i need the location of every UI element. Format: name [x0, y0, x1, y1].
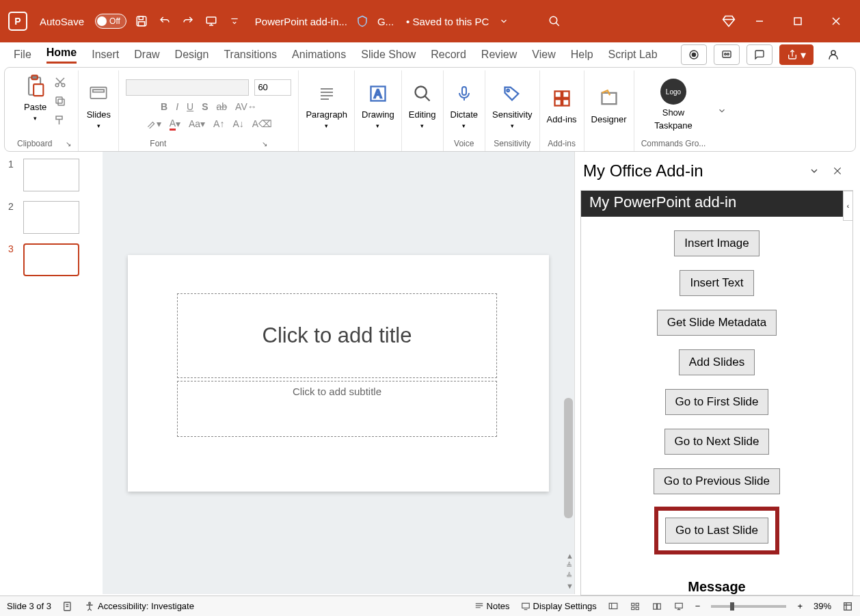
tab-help[interactable]: Help: [571, 49, 593, 61]
tab-review[interactable]: Review: [481, 49, 517, 61]
close-button[interactable]: [820, 10, 852, 32]
strikethrough-button[interactable]: ab: [217, 101, 228, 112]
tab-view[interactable]: View: [532, 49, 555, 61]
paragraph-button[interactable]: Paragraph▾: [306, 81, 347, 129]
addins-button[interactable]: Add-ins: [547, 85, 577, 124]
prev-slide-icon[interactable]: ≜: [566, 561, 574, 570]
notes-button[interactable]: Notes: [474, 601, 510, 611]
scroll-up-icon[interactable]: ▲: [566, 552, 574, 560]
zoom-slider[interactable]: [711, 605, 786, 608]
saved-state[interactable]: • Saved to this PC: [406, 16, 489, 27]
go-to-last-slide-button[interactable]: Go to Last Slide: [665, 518, 768, 544]
dictate-button[interactable]: Dictate▾: [451, 81, 478, 129]
slide-thumbnail[interactable]: [23, 243, 79, 276]
drawing-button[interactable]: A Drawing▾: [362, 81, 394, 129]
cut-button[interactable]: [54, 76, 66, 88]
change-case-button[interactable]: Aa▾: [189, 118, 205, 131]
font-size-input[interactable]: [254, 79, 291, 96]
accessibility-button[interactable]: Accessibility: Investigate: [84, 601, 194, 612]
tab-design[interactable]: Design: [175, 49, 209, 61]
display-settings-button[interactable]: Display Settings: [521, 601, 597, 611]
italic-button[interactable]: I: [176, 101, 178, 112]
record-camera-button[interactable]: [681, 44, 707, 65]
ribbon-collapse-button[interactable]: [712, 70, 731, 151]
show-taskpane-button[interactable]: Logo Show Taskpane: [654, 79, 693, 131]
font-name-input[interactable]: [126, 79, 249, 96]
get-slide-metadata-button[interactable]: Get Slide Metadata: [657, 310, 777, 336]
undo-button[interactable]: [157, 13, 173, 29]
tab-record[interactable]: Record: [431, 49, 466, 61]
insert-image-button[interactable]: Insert Image: [674, 230, 760, 256]
highlight-button[interactable]: ▾: [146, 118, 161, 131]
zoom-out-button[interactable]: −: [695, 601, 701, 611]
go-to-previous-slide-button[interactable]: Go to Previous Slide: [654, 468, 780, 494]
character-spacing-button[interactable]: AV↔: [235, 101, 257, 112]
share-button[interactable]: ▾: [779, 44, 814, 65]
vertical-scrollbar[interactable]: [564, 398, 573, 518]
minimize-button[interactable]: [744, 10, 775, 32]
font-dialog-icon[interactable]: ↘: [262, 140, 267, 148]
zoom-level[interactable]: 39%: [814, 601, 831, 611]
tab-file[interactable]: File: [14, 49, 31, 61]
maximize-button[interactable]: [782, 10, 814, 32]
diamond-premium-icon[interactable]: [721, 13, 737, 29]
pane-close-button[interactable]: [830, 163, 845, 178]
designer-button[interactable]: Designer: [591, 85, 627, 124]
search-button[interactable]: [546, 13, 563, 29]
redo-button[interactable]: [180, 13, 196, 29]
tab-scriptlab[interactable]: Script Lab: [608, 49, 658, 61]
pane-collapse-tab[interactable]: ‹: [843, 191, 853, 221]
copy-button[interactable]: [54, 95, 66, 107]
clipboard-dialog-icon[interactable]: ↘: [66, 140, 71, 148]
slide-thumbnail[interactable]: [23, 159, 79, 191]
teams-share-button[interactable]: [714, 44, 740, 65]
add-slides-button[interactable]: Add Slides: [679, 349, 755, 375]
present-button[interactable]: [203, 13, 219, 29]
autosave-toggle[interactable]: Off: [95, 14, 126, 29]
slides-button[interactable]: Slides ▾: [85, 81, 111, 129]
qat-customize-button[interactable]: [226, 13, 243, 29]
tab-home[interactable]: Home: [46, 46, 77, 64]
go-to-next-slide-button[interactable]: Go to Next Slide: [664, 429, 770, 455]
next-slide-icon[interactable]: ≜: [566, 572, 574, 580]
slide-sorter-button[interactable]: [630, 602, 641, 611]
thumb-row[interactable]: 2: [8, 201, 94, 234]
slideshow-view-button[interactable]: [673, 602, 684, 611]
subtitle-placeholder[interactable]: Click to add subtitle: [177, 381, 497, 437]
scroll-down-icon[interactable]: ▼: [566, 582, 574, 590]
go-to-first-slide-button[interactable]: Go to First Slide: [665, 389, 769, 415]
save-button[interactable]: [133, 13, 150, 29]
tab-slideshow[interactable]: Slide Show: [361, 49, 416, 61]
slide-thumbnail[interactable]: [23, 201, 79, 234]
tab-insert[interactable]: Insert: [92, 49, 119, 61]
bold-button[interactable]: B: [161, 101, 167, 112]
zoom-in-button[interactable]: +: [797, 601, 803, 611]
font-color-button[interactable]: A▾: [170, 118, 180, 131]
paste-button[interactable]: Paste ▾: [23, 73, 49, 122]
tab-animations[interactable]: Animations: [292, 49, 346, 61]
current-slide[interactable]: Click to add title Click to add subtitle: [128, 255, 549, 492]
zoom-thumb[interactable]: [730, 602, 734, 611]
insert-text-button[interactable]: Insert Text: [680, 270, 753, 296]
decrease-font-button[interactable]: A↓: [232, 118, 243, 131]
increase-font-button[interactable]: A↑: [213, 118, 224, 131]
shadow-button[interactable]: S: [202, 101, 208, 112]
sensitivity-button[interactable]: Sensitivity▾: [492, 81, 533, 129]
tab-transitions[interactable]: Transitions: [224, 49, 277, 61]
pane-menu-button[interactable]: [807, 163, 822, 178]
clear-format-button[interactable]: A⌫: [252, 118, 272, 131]
reading-view-button[interactable]: [651, 602, 662, 611]
editing-button[interactable]: Editing▾: [409, 81, 436, 129]
title-placeholder[interactable]: Click to add title: [177, 293, 497, 378]
thumb-row[interactable]: 3: [8, 243, 94, 276]
fit-to-window-button[interactable]: [842, 601, 853, 612]
format-painter-button[interactable]: [54, 114, 66, 126]
slide-indicator[interactable]: Slide 3 of 3: [7, 601, 51, 611]
chevron-down-icon[interactable]: [496, 13, 512, 29]
tab-draw[interactable]: Draw: [134, 49, 159, 61]
thumb-row[interactable]: 1: [8, 159, 94, 191]
normal-view-button[interactable]: [608, 602, 619, 611]
underline-button[interactable]: U: [187, 101, 193, 112]
comments-button[interactable]: [747, 44, 772, 65]
coauthor-button[interactable]: [820, 44, 846, 65]
